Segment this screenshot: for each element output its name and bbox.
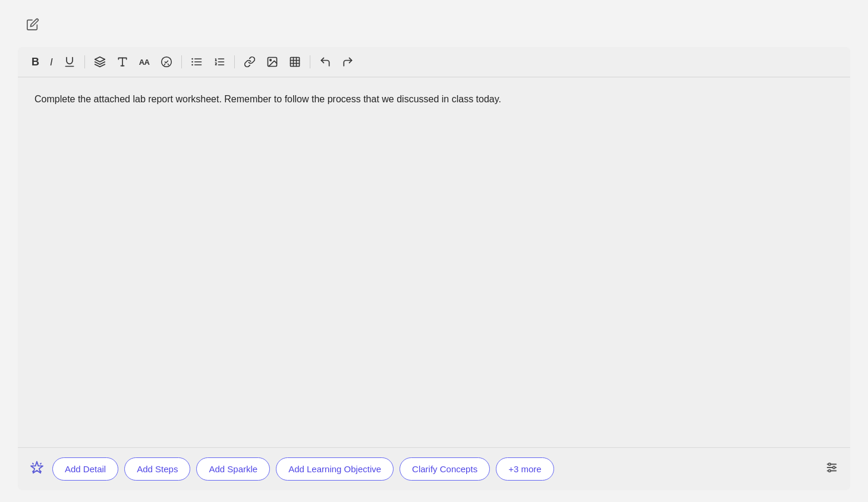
svg-point-7 — [191, 61, 193, 63]
add-steps-button[interactable]: Add Steps — [124, 457, 190, 481]
separator-1 — [84, 55, 85, 68]
bullet-list-button[interactable] — [187, 53, 207, 71]
link-button[interactable] — [240, 53, 260, 71]
settings-icon[interactable] — [825, 461, 838, 477]
italic-button[interactable]: I — [46, 54, 57, 70]
redo-button[interactable] — [338, 53, 358, 71]
toolbar: B I AA — [18, 47, 850, 77]
font-size-button[interactable]: AA — [135, 55, 154, 69]
sparkle-icon — [30, 460, 44, 478]
add-sparkle-button[interactable]: Add Sparkle — [196, 457, 270, 481]
svg-point-8 — [191, 64, 193, 66]
editor-content[interactable]: Complete the attached lab report workshe… — [18, 77, 850, 447]
svg-point-23 — [833, 466, 835, 469]
separator-2 — [181, 55, 182, 68]
svg-point-13 — [269, 59, 271, 61]
underline-button[interactable] — [59, 53, 80, 71]
spell-check-button[interactable] — [156, 53, 177, 71]
title-bar: Lab report — [18, 12, 850, 40]
numbered-list-button[interactable] — [209, 53, 229, 71]
content-text: Complete the attached lab report workshe… — [34, 92, 834, 107]
svg-rect-14 — [290, 58, 299, 67]
separator-3 — [234, 55, 235, 68]
clarify-concepts-button[interactable]: Clarify Concepts — [400, 457, 490, 481]
add-learning-objective-button[interactable]: Add Learning Objective — [276, 457, 394, 481]
highlight-button[interactable] — [90, 53, 110, 71]
more-button[interactable]: +3 more — [496, 457, 553, 481]
svg-point-22 — [829, 463, 831, 466]
edit-icon — [26, 18, 39, 34]
svg-point-6 — [191, 58, 193, 60]
editor-container: B I AA — [18, 47, 850, 490]
undo-button[interactable] — [315, 53, 335, 71]
add-detail-button[interactable]: Add Detail — [52, 457, 118, 481]
document-title-input[interactable]: Lab report — [48, 20, 842, 32]
bold-button[interactable]: B — [27, 54, 43, 70]
separator-4 — [310, 55, 310, 68]
action-bar: Add Detail Add Steps Add Sparkle Add Lea… — [18, 447, 850, 490]
table-button[interactable] — [285, 53, 305, 71]
image-button[interactable] — [262, 53, 282, 71]
font-color-button[interactable] — [112, 53, 133, 71]
svg-point-24 — [829, 470, 831, 472]
